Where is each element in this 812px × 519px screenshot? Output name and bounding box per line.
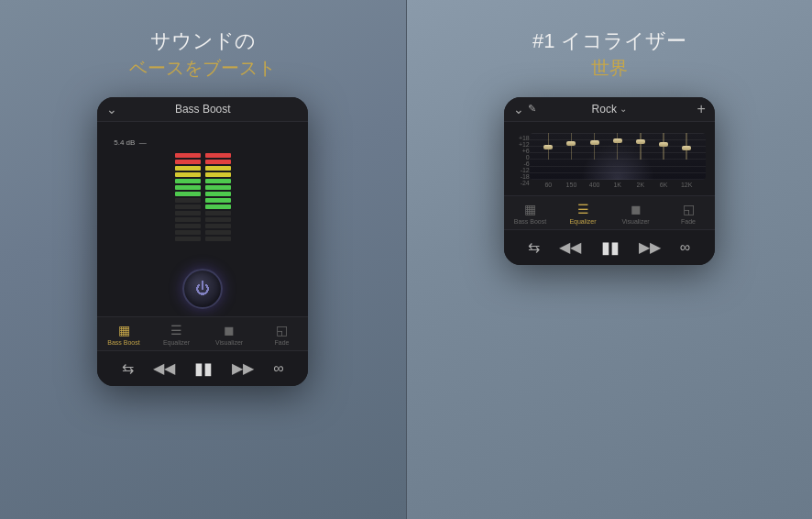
eq-slider-60hz[interactable] — [539, 133, 557, 161]
eq-sliders-area — [530, 133, 706, 161]
fade-tab-label: Fade — [275, 339, 290, 346]
bass-boost-content: 5.4 dB — — [104, 129, 301, 309]
right-fade-tab-label: Fade — [681, 218, 696, 225]
left-panel: サウンドの ベースをブースト ⌄ Bass Boost 5.4 dB — — [0, 0, 406, 519]
shuffle-button-left[interactable]: ⇆ — [122, 359, 134, 377]
left-phone-mockup: ⌄ Bass Boost 5.4 dB — — [97, 97, 308, 386]
eq-thumb-12k — [682, 146, 691, 150]
right-fade-tab-icon: ◱ — [683, 202, 695, 216]
eq-right-area: 60 150 400 1K 2K 6K 12K — [530, 133, 706, 188]
eq-slider-400hz[interactable] — [586, 133, 604, 161]
repeat-button-left[interactable]: ∞ — [273, 360, 283, 377]
eq-y-axis: +18 +12 +6 0 -6 -12 -18 -24 — [513, 133, 530, 188]
prev-button-right[interactable]: ◀◀ — [559, 238, 581, 256]
bass-boost-tab-label: Bass Boost — [107, 339, 139, 346]
eq-thumb-6k — [659, 142, 668, 147]
right-title-main: #1 イコライザー — [532, 28, 686, 56]
right-visualizer-tab-icon: ◼ — [631, 202, 642, 216]
tab-fade-left[interactable]: ◱ Fade — [256, 317, 309, 350]
visualizer-tab-label: Visualizer — [215, 339, 243, 346]
right-title-sub: 世界 — [532, 56, 686, 81]
pencil-icon[interactable]: ✎ — [528, 103, 536, 115]
tab-visualizer-right[interactable]: ◼ Visualizer — [609, 196, 663, 229]
eq-x-label-150: 150 — [562, 182, 580, 188]
tab-fade-right[interactable]: ◱ Fade — [662, 196, 715, 229]
left-topbar-title: Bass Boost — [175, 103, 231, 116]
fade-tab-icon: ◱ — [276, 323, 288, 337]
tab-equalizer-right[interactable]: ☰ Equalizer — [556, 196, 609, 229]
eq-slider-1k[interactable] — [609, 133, 627, 161]
eq-thumb-60hz — [543, 145, 553, 149]
eq-x-label-60: 60 — [539, 182, 557, 188]
eq-slider-2k[interactable] — [631, 133, 650, 161]
eq-y-label-18m: -18 — [513, 173, 530, 180]
bar-column-left — [175, 153, 201, 241]
power-knob[interactable]: ⏻ — [182, 269, 223, 309]
chevron-down-icon[interactable]: ⌄ — [620, 104, 627, 114]
equalizer-tab-icon: ☰ — [170, 323, 182, 337]
right-phone-mockup: ⌄ ✎ Rock ⌄ + +18 +12 +6 0 -6 -12 -18 — [504, 97, 715, 265]
preset-name: Rock — [592, 103, 617, 116]
right-phone-content: +18 +12 +6 0 -6 -12 -18 -24 — [504, 122, 715, 195]
left-title-main: サウンドの — [129, 28, 276, 56]
eq-x-label-400: 400 — [586, 182, 604, 188]
right-bass-boost-tab-icon: ▦ — [524, 202, 536, 216]
eq-y-label-18p: +18 — [513, 135, 530, 141]
left-phone-topbar: ⌄ Bass Boost — [97, 97, 308, 122]
chevron-icon[interactable]: ⌄ — [106, 102, 117, 116]
eq-thumb-1k — [613, 138, 622, 143]
bar-column-right — [205, 153, 231, 241]
right-phone-topbar: ⌄ ✎ Rock ⌄ + — [504, 97, 715, 122]
tab-equalizer-left[interactable]: ☰ Equalizer — [150, 317, 203, 350]
next-button-left[interactable]: ▶▶ — [232, 359, 254, 377]
bass-boost-tab-icon: ▦ — [118, 323, 130, 337]
plus-icon[interactable]: + — [697, 101, 705, 117]
eq-thumb-400hz — [590, 140, 599, 145]
tab-bass-boost-right[interactable]: ▦ Bass Boost — [504, 196, 557, 229]
eq-y-label-6m: -6 — [513, 160, 530, 167]
right-bass-boost-tab-label: Bass Boost — [514, 218, 546, 225]
left-transport-bar: ⇆ ◀◀ ▮▮ ▶▶ ∞ — [97, 350, 308, 386]
right-visualizer-tab-label: Visualizer — [621, 218, 649, 225]
tab-visualizer-left[interactable]: ◼ Visualizer — [203, 317, 256, 350]
right-equalizer-tab-icon: ☰ — [577, 202, 589, 216]
eq-slider-12k[interactable] — [677, 133, 696, 161]
play-pause-button-left[interactable]: ▮▮ — [194, 359, 213, 379]
eq-y-label-12m: -12 — [513, 167, 530, 173]
eq-x-label-12k: 12K — [677, 182, 696, 188]
prev-button-left[interactable]: ◀◀ — [153, 359, 175, 377]
eq-x-label-2k: 2K — [631, 182, 650, 188]
eq-x-labels: 60 150 400 1K 2K 6K 12K — [530, 180, 706, 188]
shuffle-button-right[interactable]: ⇆ — [528, 238, 540, 256]
eq-y-label-12p: +12 — [513, 141, 530, 148]
left-phone-content: 5.4 dB — — [97, 122, 308, 316]
eq-thumb-150hz — [566, 141, 576, 146]
visualizer-tab-icon: ◼ — [224, 323, 235, 337]
eq-y-label-0: 0 — [513, 154, 530, 160]
repeat-button-right[interactable]: ∞ — [680, 239, 690, 256]
right-chevron-icon[interactable]: ⌄ — [513, 102, 524, 116]
next-button-right[interactable]: ▶▶ — [639, 238, 661, 256]
left-title-sub: ベースをブースト — [129, 56, 276, 81]
eq-x-label-6k: 6K — [654, 182, 673, 188]
eq-slider-6k[interactable] — [654, 133, 673, 161]
right-panel: #1 イコライザー 世界 ⌄ ✎ Rock ⌄ + +18 +12 +6 0 — [407, 0, 813, 519]
right-tab-bar: ▦ Bass Boost ☰ Equalizer ◼ Visualizer ◱ … — [504, 195, 715, 229]
eq-y-label-6p: +6 — [513, 148, 530, 154]
power-icon: ⏻ — [195, 281, 210, 297]
play-pause-button-right[interactable]: ▮▮ — [601, 237, 620, 258]
eq-x-label-1k: 1K — [609, 182, 627, 188]
eq-grid: +18 +12 +6 0 -6 -12 -18 -24 — [513, 133, 706, 188]
eq-main-area — [530, 133, 706, 180]
left-panel-title: サウンドの ベースをブースト — [129, 28, 276, 81]
eq-y-label-24m: -24 — [513, 180, 530, 186]
eq-content: +18 +12 +6 0 -6 -12 -18 -24 — [511, 129, 708, 188]
right-transport-bar: ⇆ ◀◀ ▮▮ ▶▶ ∞ — [504, 229, 715, 265]
right-panel-title: #1 イコライザー 世界 — [532, 28, 686, 81]
eq-slider-150hz[interactable] — [562, 133, 580, 161]
equalizer-tab-label: Equalizer — [163, 339, 190, 346]
tab-bass-boost-left[interactable]: ▦ Bass Boost — [97, 317, 150, 350]
eq-thumb-2k — [636, 139, 645, 144]
right-equalizer-tab-label: Equalizer — [569, 218, 596, 225]
db-label: 5.4 dB — — [114, 138, 146, 147]
